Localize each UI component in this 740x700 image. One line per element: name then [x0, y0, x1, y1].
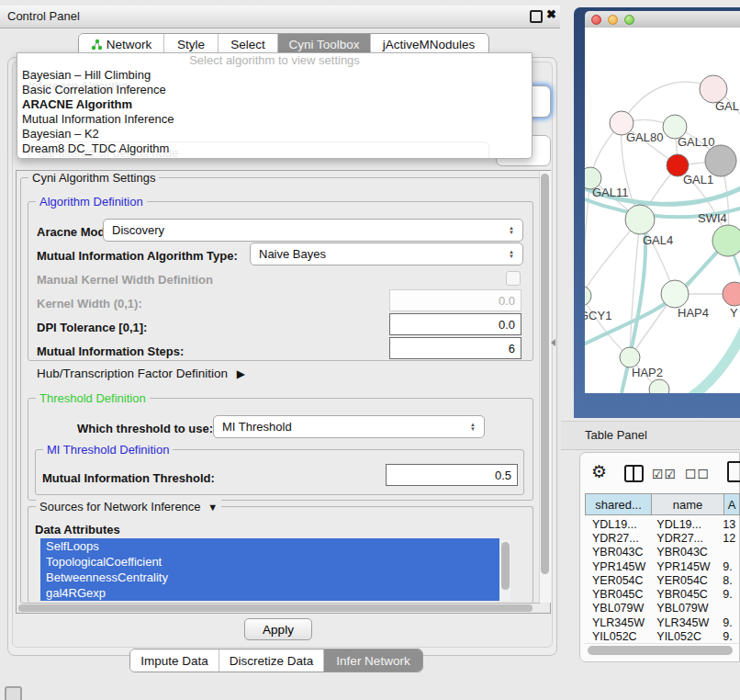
corner-button[interactable]: [5, 686, 22, 700]
export-table-icon[interactable]: [727, 461, 740, 482]
dropdown-item[interactable]: Mutual Information Inference: [17, 112, 532, 127]
close-icon[interactable]: ✖: [546, 7, 556, 21]
control-panel-titlebar: Control Panel ✖: [0, 6, 560, 28]
hide-columns-icon[interactable]: ☐☐: [685, 467, 710, 481]
aracne-mode-combo[interactable]: Discovery ▲▼: [103, 219, 523, 242]
node-label: GCY1: [585, 309, 611, 322]
ghost-combo: gal-filtered.sif default node: [28, 141, 489, 159]
tab-discretize-data[interactable]: Discretize Data: [219, 649, 323, 672]
table-row[interactable]: YBR043CYBR043C: [588, 546, 740, 559]
expand-right-icon[interactable]: ▶: [237, 367, 245, 380]
node-gcy1: [585, 286, 591, 306]
panel-divider-handle[interactable]: [551, 339, 555, 346]
dropdown-prompt: Select algorithm to view settings: [17, 53, 532, 68]
dpi-tolerance-label: DPI Tolerance [0,1]:: [37, 321, 147, 334]
which-threshold-label: Which threshold to use:: [77, 422, 213, 435]
list-item[interactable]: BetweennessCentrality: [40, 570, 499, 585]
network-window-titlebar[interactable]: [585, 11, 740, 28]
node-hap2: [620, 347, 640, 367]
list-item[interactable]: TopologicalCoefficient: [40, 554, 499, 570]
mi-algorithm-type-combo[interactable]: Naive Bayes ▲▼: [250, 243, 523, 265]
node-label: HAP4: [678, 306, 709, 320]
collapse-down-icon[interactable]: ▼: [207, 502, 218, 513]
which-threshold-combo[interactable]: MI Threshold ▲▼: [213, 415, 485, 438]
settings-horizontal-scrollbar[interactable]: [17, 603, 538, 613]
mi-threshold-field[interactable]: [386, 464, 518, 486]
tab-infer-network[interactable]: Infer Network: [324, 649, 422, 672]
node-salmon: [723, 282, 740, 306]
mi-threshold-label: Mutual Information Threshold:: [42, 471, 215, 485]
table-rows: YDL19...YDL19...13 YDR27...YDR27...12 YB…: [588, 517, 740, 643]
table-row[interactable]: YIL052CYIL052C9.: [588, 629, 740, 643]
node-label: GAL4: [643, 233, 673, 247]
manual-kernel-width-checkbox[interactable]: [506, 271, 521, 286]
data-attributes-list[interactable]: SelfLoops TopologicalCoefficient Between…: [40, 538, 499, 604]
screen: Control Panel ✖ Network Style Select Cyn…: [0, 0, 740, 700]
node-label: HAP2: [632, 366, 663, 379]
table-row[interactable]: YBL079WYBL079W: [588, 602, 740, 615]
manual-kernel-width-label: Manual Kernel Width Definition: [37, 273, 213, 287]
show-columns-icon[interactable]: ☑☑: [652, 467, 677, 481]
table-row[interactable]: YPR145WYPR145W9.: [588, 559, 740, 573]
node-bottom: [649, 379, 669, 393]
window-minimize-button[interactable]: [608, 15, 618, 25]
network-canvas[interactable]: GAL GAL80 GAL10 GAL1 GAL11 GAL4 SWI4 GCY…: [585, 28, 740, 393]
apply-button[interactable]: Apply: [244, 618, 312, 640]
table-row[interactable]: YER054CYER054C8.: [588, 573, 740, 587]
kernel-width-field[interactable]: [389, 289, 521, 311]
float-icon[interactable]: [530, 10, 543, 23]
list-item[interactable]: gal4RGexp: [40, 585, 499, 601]
mi-algorithm-type-label: Mutual Information Algorithm Type:: [37, 249, 238, 263]
node-label: GAL: [715, 99, 739, 113]
list-item[interactable]: SelfLoops: [40, 538, 499, 554]
window-zoom-button[interactable]: [624, 15, 634, 25]
settings-vertical-scrollbar[interactable]: [539, 171, 551, 603]
dpi-tolerance-field[interactable]: [389, 313, 521, 335]
node-label: GAL1: [683, 173, 713, 186]
table-panel-title: Table Panel: [585, 428, 647, 442]
column-layout-icon[interactable]: [624, 465, 644, 482]
node-label: GAL10: [678, 135, 714, 149]
table-row[interactable]: YBR045CYBR045C9.: [588, 587, 740, 601]
node-gal4: [625, 205, 655, 234]
kernel-width-label: Kernel Width (0,1):: [37, 297, 142, 310]
table-row[interactable]: YDL19...YDL19...13: [588, 517, 740, 531]
node-label: GAL11: [592, 186, 629, 199]
hub-definition-label[interactable]: Hub/Transcription Factor Definition ▶: [37, 367, 245, 380]
data-attributes-label: Data Attributes: [35, 523, 120, 536]
tab-impute-data[interactable]: Impute Data: [130, 649, 219, 672]
network-icon: [91, 39, 103, 51]
combo-arrows-icon: ▲▼: [470, 423, 476, 432]
mi-steps-label: Mutual Information Steps:: [37, 344, 184, 358]
node-label: Y: [730, 306, 738, 320]
dropdown-item-selected[interactable]: ARACNE Algorithm: [17, 97, 532, 112]
table-row[interactable]: YLR345WYLR345W9.: [588, 615, 740, 629]
panel-title: Control Panel: [7, 9, 80, 23]
node-label: GAL80: [626, 130, 663, 144]
combo-arrows-icon: ▲▼: [509, 250, 514, 259]
table-horizontal-scrollbar[interactable]: [584, 643, 738, 657]
column-header-name[interactable]: name: [651, 493, 724, 515]
bottom-tab-strip: Impute Data Discretize Data Infer Networ…: [129, 649, 423, 672]
dropdown-item[interactable]: Bayesian – K2: [17, 127, 532, 141]
algorithm-dropdown: Inference Algorithm gal-filtered.sif def…: [17, 52, 533, 159]
node-gray: [705, 145, 736, 176]
node-swi4: [712, 225, 740, 256]
window-close-button[interactable]: [591, 15, 601, 25]
table-panel-titlebar: Table Panel: [561, 421, 740, 450]
node-label: SWI4: [698, 211, 727, 225]
list-scrollbar[interactable]: [499, 540, 510, 601]
column-header-cut[interactable]: A: [723, 493, 740, 515]
column-header-shared-name[interactable]: shared...: [585, 493, 652, 515]
mi-steps-field[interactable]: [389, 337, 521, 359]
gear-icon[interactable]: ⚙: [591, 461, 607, 482]
table-row[interactable]: YDR27...YDR27...12: [588, 531, 740, 545]
node-hap4: [661, 280, 689, 308]
ghost-group-title: Inference Algorithm: [28, 79, 131, 93]
combo-arrows-icon: ▲▼: [509, 226, 514, 235]
